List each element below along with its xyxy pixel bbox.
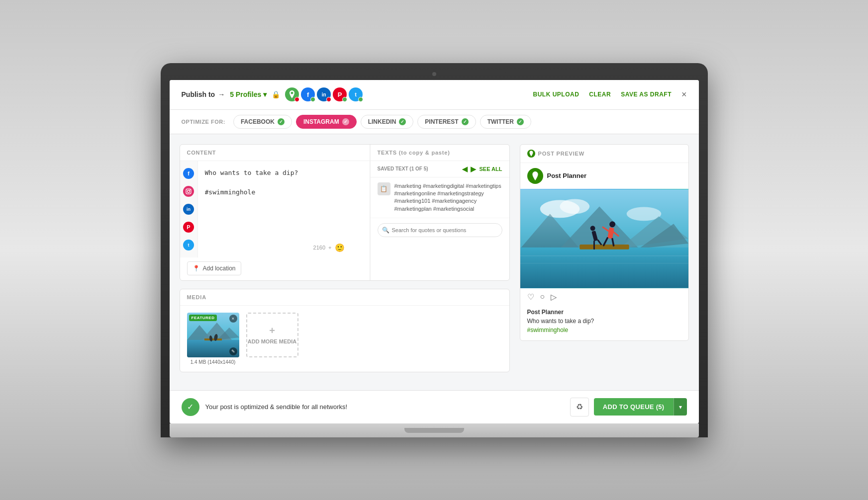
search-icon: 🔍 bbox=[382, 227, 389, 234]
tab-pinterest[interactable]: PINTEREST ✓ bbox=[417, 115, 476, 129]
post-text-input[interactable]: Who wants to take a dip? #swimminghole bbox=[205, 168, 363, 218]
right-panel: POST PREVIEW Post Planner bbox=[520, 144, 689, 380]
top-bar-left: Publish to → 5 Profiles ▾ 🔒 bbox=[182, 87, 363, 101]
twitter-tab-label: TWITTER bbox=[487, 118, 514, 125]
svg-rect-19 bbox=[520, 247, 688, 288]
preview-avatar bbox=[527, 168, 543, 184]
linkedin-check-icon: ✓ bbox=[399, 118, 406, 125]
queue-dropdown-button[interactable]: ▾ bbox=[674, 398, 687, 416]
preview-caption: Post Planner Who wants to take a dip? #s… bbox=[520, 306, 688, 340]
profiles-button[interactable]: 5 Profiles ▾ bbox=[230, 90, 267, 98]
main-content: CONTENT f in P t bbox=[170, 134, 699, 390]
twitter-check-icon: ✓ bbox=[517, 118, 524, 125]
status-left: ✓ Your post is optimized & sendible for … bbox=[182, 398, 348, 416]
laptop-screen: Publish to → 5 Profiles ▾ 🔒 bbox=[170, 80, 699, 423]
top-bar-right: BULK UPLOAD CLEAR SAVE AS DRAFT × bbox=[533, 89, 686, 100]
network-tabs: OPTIMIZE FOR: FACEBOOK ✓ INSTAGRAM ✓ LIN… bbox=[170, 110, 699, 134]
top-bar: Publish to → 5 Profiles ▾ 🔒 bbox=[170, 80, 699, 110]
media-thumbnail: FEATURED × ✎ bbox=[187, 313, 239, 357]
share-icon[interactable]: ▷ bbox=[551, 292, 557, 302]
texts-section-header: TEXTS (to copy & paste) bbox=[371, 145, 509, 161]
texts-label: TEXTS (to copy & paste) bbox=[378, 150, 450, 156]
media-info: 1.4 MB (1440x1440) bbox=[187, 359, 239, 365]
svg-rect-8 bbox=[204, 338, 222, 340]
profiles-count: 5 Profiles bbox=[230, 90, 261, 98]
content-area: f in P t Who want bbox=[180, 161, 370, 257]
recycle-button[interactable]: ♻ bbox=[570, 398, 589, 417]
linkedin-tab-label: LINKEDIN bbox=[368, 118, 396, 125]
search-quotes-input[interactable] bbox=[378, 223, 502, 237]
add-more-label: ADD MORE MEDIA bbox=[248, 338, 296, 344]
profile-icon-pinterest[interactable]: P bbox=[333, 87, 347, 101]
lock-icon: 🔒 bbox=[272, 90, 280, 98]
profile-icon-twitter[interactable]: t bbox=[349, 87, 363, 101]
preview-caption-body: Who wants to take a dip? bbox=[527, 317, 681, 326]
tab-linkedin[interactable]: LINKEDIN ✓ bbox=[361, 115, 414, 129]
preview-card: POST PREVIEW Post Planner bbox=[520, 144, 689, 341]
bottom-bar: ✓ Your post is optimized & sendible for … bbox=[170, 390, 699, 423]
instagram-check-icon: ✓ bbox=[342, 118, 349, 125]
preview-actions: ♡ ○ ▷ bbox=[520, 288, 688, 306]
preview-image-svg bbox=[520, 189, 688, 288]
tab-facebook[interactable]: FACEBOOK ✓ bbox=[233, 115, 292, 129]
laptop-camera bbox=[432, 72, 436, 76]
bulk-upload-button[interactable]: BULK UPLOAD bbox=[533, 91, 579, 98]
saved-text-nav: ◀ ▶ SEE ALL bbox=[462, 165, 502, 173]
media-section-header: MEDIA bbox=[180, 289, 509, 306]
text-item-icon: 📋 bbox=[378, 182, 390, 195]
social-sidebar: f in P t bbox=[180, 161, 198, 257]
social-icon-linkedin[interactable]: in bbox=[183, 204, 194, 215]
location-pin-icon: 📍 bbox=[193, 265, 200, 272]
status-icon: ✓ bbox=[182, 398, 199, 416]
clear-button[interactable]: CLEAR bbox=[589, 91, 611, 98]
svg-point-13 bbox=[560, 199, 589, 214]
next-text-button[interactable]: ▶ bbox=[471, 165, 476, 173]
preview-header: POST PREVIEW bbox=[520, 145, 688, 163]
add-to-queue-button[interactable]: ADD TO QUEUE (5) bbox=[594, 398, 674, 416]
social-icon-instagram[interactable] bbox=[183, 186, 194, 197]
svg-point-1 bbox=[188, 190, 190, 192]
char-count-suffix: + bbox=[328, 245, 331, 250]
preview-user-row: Post Planner bbox=[520, 163, 688, 189]
add-location-button[interactable]: 📍 Add location bbox=[187, 261, 241, 275]
comment-icon[interactable]: ○ bbox=[540, 292, 545, 301]
char-count: 2160+ 🙂 bbox=[313, 243, 345, 252]
recycle-icon: ♻ bbox=[576, 402, 583, 412]
featured-badge: FEATURED bbox=[189, 315, 217, 321]
social-icon-pinterest[interactable]: P bbox=[183, 222, 194, 233]
preview-caption-text: Post Planner bbox=[527, 308, 681, 317]
arrow-icon: → bbox=[218, 90, 225, 98]
media-close-button[interactable]: × bbox=[229, 315, 237, 323]
svg-rect-0 bbox=[186, 189, 191, 194]
close-button[interactable]: × bbox=[681, 89, 687, 100]
social-icon-facebook[interactable]: f bbox=[183, 168, 194, 179]
profile-icon-linkedin[interactable]: in bbox=[317, 87, 331, 101]
add-more-media-button[interactable]: + ADD MORE MEDIA bbox=[246, 313, 298, 357]
preview-username: Post Planner bbox=[547, 172, 586, 179]
laptop-bottom bbox=[170, 423, 699, 437]
see-all-button[interactable]: SEE ALL bbox=[479, 166, 502, 172]
svg-point-2 bbox=[190, 189, 191, 190]
media-card: MEDIA bbox=[180, 289, 510, 372]
prev-text-button[interactable]: ◀ bbox=[462, 165, 468, 173]
save-as-draft-button[interactable]: SAVE AS DRAFT bbox=[621, 91, 672, 98]
queue-button-group: ADD TO QUEUE (5) ▾ bbox=[594, 398, 687, 416]
media-edit-button[interactable]: ✎ bbox=[229, 347, 237, 355]
profile-icons-list: f in P t bbox=[285, 87, 363, 101]
tab-twitter[interactable]: TWITTER ✓ bbox=[480, 115, 531, 129]
status-text: Your post is optimized & sendible for al… bbox=[205, 403, 348, 411]
content-card: CONTENT f in P t bbox=[180, 144, 510, 281]
profile-icon-facebook[interactable]: f bbox=[301, 87, 315, 101]
social-icon-twitter[interactable]: t bbox=[183, 240, 194, 250]
saved-text-item: 📋 #marketing #marketingdigital #marketin… bbox=[371, 177, 509, 219]
media-dimensions: (1440x1440) bbox=[207, 359, 235, 365]
profile-icon-postplanner[interactable] bbox=[285, 87, 299, 101]
add-plus-icon: + bbox=[269, 325, 275, 336]
like-icon[interactable]: ♡ bbox=[527, 292, 534, 302]
emoji-button[interactable]: 🙂 bbox=[335, 243, 345, 252]
preview-hashtag: #swimminghole bbox=[527, 326, 681, 334]
publish-to-label: Publish to → bbox=[182, 90, 225, 98]
tab-instagram[interactable]: INSTAGRAM ✓ bbox=[296, 115, 357, 129]
texts-panel: TEXTS (to copy & paste) SAVED TEXT (1 OF… bbox=[370, 145, 509, 280]
preview-image bbox=[520, 189, 688, 288]
